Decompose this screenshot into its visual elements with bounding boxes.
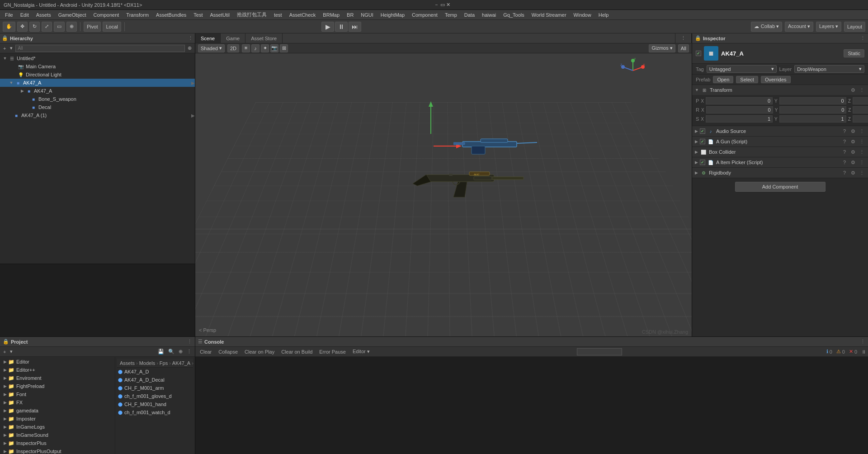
item-picker-header[interactable]: ▶ ✓ 📄 A Item Picker (Script) ? ⚙ ⋮: [692, 157, 868, 167]
pos-y-input[interactable]: [779, 97, 846, 104]
project-add-btn[interactable]: +: [2, 349, 7, 355]
box-collider-more-icon[interactable]: ⋮: [858, 148, 865, 156]
gun-script-more-icon[interactable]: ⋮: [858, 138, 865, 145]
box-collider-settings-icon[interactable]: ⚙: [849, 148, 857, 156]
menu-br[interactable]: BR: [344, 11, 357, 19]
menu-transform[interactable]: Transform: [123, 11, 152, 19]
rot-y-input[interactable]: [779, 106, 846, 114]
overlay-btn[interactable]: ⊞: [280, 44, 288, 52]
breadcrumb-models[interactable]: Models: [139, 360, 155, 366]
project-lock-icon[interactable]: 🔒: [3, 339, 9, 345]
audio-settings-icon[interactable]: ⚙: [849, 128, 857, 135]
folder-font[interactable]: ▶ 📁 Font: [0, 390, 115, 398]
menu-assetutil[interactable]: AssetUtil: [207, 11, 233, 19]
tab-game[interactable]: Game: [221, 33, 245, 43]
folder-inspectorplus[interactable]: ▶ 📁 InspectorPlus: [0, 439, 115, 447]
menu-haiwai[interactable]: haiwai: [479, 11, 499, 19]
audio-enable-checkbox[interactable]: ✓: [700, 128, 705, 134]
step-button[interactable]: ⏭: [349, 22, 361, 32]
menu-component[interactable]: Component: [90, 11, 122, 19]
layer-dropdown[interactable]: DropWeapon ▾: [794, 65, 864, 73]
audio-source-header[interactable]: ▶ ✓ ♪ Audio Source ? ⚙ ⋮: [692, 126, 868, 136]
folder-enviroment[interactable]: ▶ 📁 Enviroment: [0, 374, 115, 382]
folder-gamedata[interactable]: ▶ 📁 gamedata: [0, 407, 115, 415]
menu-help[interactable]: Help: [595, 11, 612, 19]
scene-cam-btn[interactable]: 📷: [270, 44, 278, 52]
lighting-btn[interactable]: ☀: [242, 44, 250, 52]
clear-on-play-button[interactable]: Clear on Play: [242, 348, 277, 355]
item-picker-more-icon[interactable]: ⋮: [858, 159, 865, 166]
menu-data[interactable]: Data: [461, 11, 478, 19]
folder-fightpreload[interactable]: ▶ 📁 FightPreload: [0, 382, 115, 390]
menu-window[interactable]: Window: [571, 11, 594, 19]
folder-ingamesound[interactable]: ▶ 📁 InGameSound: [0, 431, 115, 439]
layout-btn[interactable]: Layout: [844, 22, 865, 32]
layers-btn[interactable]: Layers ▾: [816, 22, 841, 32]
tree-item-decal[interactable]: ■ Decal: [0, 103, 195, 111]
item-picker-settings-icon[interactable]: ⚙: [849, 159, 857, 166]
tree-item-main-camera[interactable]: 📷 Main Camera: [0, 62, 195, 71]
tool-custom[interactable]: ⊕: [66, 22, 77, 32]
menu-assetbundles[interactable]: AssetBundles: [153, 11, 189, 19]
tool-rect[interactable]: ▭: [54, 22, 65, 32]
tab-scene[interactable]: Scene: [195, 33, 221, 43]
tree-item-ak47-a-child[interactable]: ▶ ■ AK47_A: [0, 87, 195, 95]
pause-button[interactable]: ⏸: [335, 22, 348, 32]
menu-worldstreamer[interactable]: World Streamer: [528, 11, 570, 19]
pivot-btn[interactable]: Pivot: [84, 22, 101, 32]
shading-dropdown[interactable]: Shaded ▾: [198, 44, 225, 52]
scale-z-input[interactable]: [853, 115, 868, 123]
search-scene-btn[interactable]: All: [678, 44, 689, 52]
tree-item-ak47-a[interactable]: ▼ ■ AK47_A ▶: [0, 79, 195, 87]
console-options-icon[interactable]: ⋮: [860, 339, 865, 345]
gun-script-enable-checkbox[interactable]: ✓: [700, 139, 705, 144]
rot-x-input[interactable]: [706, 106, 773, 114]
tag-dropdown[interactable]: Untagged ▾: [707, 65, 777, 73]
audio-btn[interactable]: ♪: [251, 44, 259, 52]
editor-button[interactable]: Editor ▾: [350, 348, 373, 355]
account-btn[interactable]: Account ▾: [785, 22, 813, 32]
file-ch-f-m001-watch-d[interactable]: ⬤ ch_f_m001_watch_d: [117, 408, 193, 416]
folder-ingamelogs[interactable]: ▶ 📁 InGameLogs: [0, 423, 115, 431]
folder-inspectorplusoutput[interactable]: ▶ 📁 InspectorPlusOutput: [0, 447, 115, 454]
collapse-button[interactable]: Collapse: [216, 348, 241, 355]
transform-more-icon[interactable]: ⋮: [858, 86, 865, 94]
menu-file[interactable]: File: [2, 11, 16, 19]
tool-move[interactable]: ✥: [17, 22, 28, 32]
static-button[interactable]: Static: [844, 49, 864, 57]
project-options-btn[interactable]: ⋮: [185, 348, 193, 355]
hierarchy-menu-btn[interactable]: ▾: [9, 45, 14, 52]
gun-script-header[interactable]: ▶ ✓ 📄 A Gun (Script) ? ⚙ ⋮: [692, 137, 868, 147]
gizmos-btn[interactable]: Gizmos ▾: [649, 44, 675, 52]
dimension-btn[interactable]: 2D: [227, 44, 239, 52]
menu-component2[interactable]: Component: [409, 11, 441, 19]
project-options-icon[interactable]: ⋮: [187, 339, 192, 345]
rigidbody-header[interactable]: ▶ ⚙ Rigidbody ? ⚙ ⋮: [692, 168, 868, 178]
audio-more-icon[interactable]: ⋮: [858, 128, 865, 135]
hierarchy-search[interactable]: [15, 45, 185, 52]
menu-gqtools[interactable]: Gq_Tools: [500, 11, 527, 19]
inspector-lock-icon[interactable]: 🔒: [695, 35, 701, 41]
audio-help-icon[interactable]: ?: [841, 128, 848, 135]
clear-on-build-button[interactable]: Clear on Build: [278, 348, 315, 355]
folder-fx[interactable]: ▶ 📁 FX: [0, 398, 115, 407]
tree-item-untitled[interactable]: ▼ ☰ Untitled*: [0, 54, 195, 62]
rigidbody-settings-icon[interactable]: ⚙: [849, 169, 857, 176]
folder-editorpp[interactable]: ▶ 📁 Editor++: [0, 366, 115, 374]
breadcrumb-ak47[interactable]: AK47_A: [172, 360, 190, 366]
file-ak47-a-d[interactable]: ⬤ AK47_A_D: [117, 368, 193, 376]
item-picker-enable-checkbox[interactable]: ✓: [700, 160, 705, 165]
scale-x-input[interactable]: [706, 115, 773, 123]
inspector-options-icon[interactable]: ⋮: [860, 35, 865, 41]
file-ch-f-m001-hand[interactable]: ⬤ CH_F_M001_hand: [117, 400, 193, 408]
tree-item-ak47-a-1[interactable]: ■ AK47_A (1) ▶: [0, 111, 195, 119]
project-menu-btn[interactable]: ▾: [9, 348, 14, 355]
fx-btn[interactable]: ✦: [261, 44, 269, 52]
console-search[interactable]: [577, 348, 622, 355]
item-picker-help-icon[interactable]: ?: [841, 159, 848, 166]
project-save-icon[interactable]: 💾: [156, 348, 165, 355]
collab-btn[interactable]: ☁ Collab ▾: [751, 22, 782, 32]
overrides-button[interactable]: Overrides: [761, 76, 791, 83]
hierarchy-options-icon[interactable]: ⋮: [188, 35, 193, 41]
rot-z-input[interactable]: [853, 106, 868, 114]
